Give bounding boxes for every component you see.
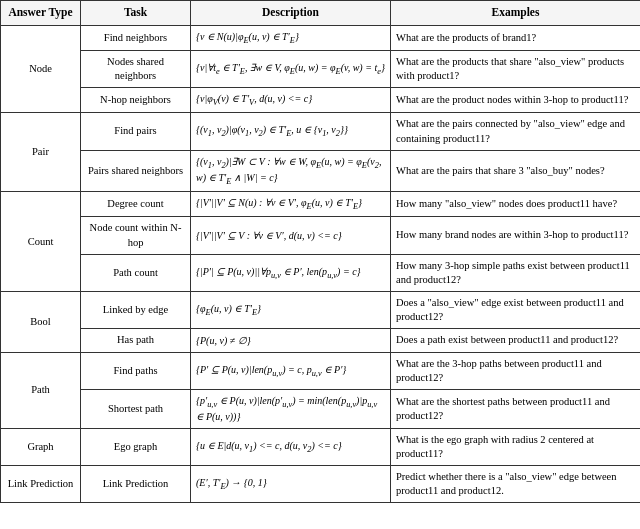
example-shortest-path: What are the shortest paths between prod… [391, 389, 641, 428]
example-has-path: Does a path exist between product11 and … [391, 329, 641, 352]
desc-find-paths: {P′ ⊆ P(u, v)|len(pu,v) = c, pu,v ∈ P′} [191, 352, 391, 389]
answer-type-path: Path [1, 352, 81, 428]
desc-has-path: {P(u, v) ≠ ∅} [191, 329, 391, 352]
example-nodes-shared-neighbors: What are the products that share "also_v… [391, 50, 641, 87]
main-table: Answer Type Task Description Examples No… [0, 0, 640, 503]
desc-linked-by-edge: {φE(u, v) ∈ T′E} [191, 292, 391, 329]
table-row: Pairs shared neighbors {(v1, v2)|∃W ⊂ V … [1, 150, 641, 191]
example-find-paths: What are the 3-hop paths between product… [391, 352, 641, 389]
desc-n-hop-neighbors: {v|φV(v) ∈ T′V, d(u, v) <= c} [191, 88, 391, 113]
task-path-count: Path count [81, 254, 191, 291]
table-row: Count Degree count {|V′||V′ ⊆ N(u) : ∀v … [1, 192, 641, 217]
task-n-hop-neighbors: N-hop neighbors [81, 88, 191, 113]
example-link-prediction: Predict whether there is a "also_view" e… [391, 466, 641, 503]
table-row: Has path {P(u, v) ≠ ∅} Does a path exist… [1, 329, 641, 352]
answer-type-count: Count [1, 192, 81, 292]
task-shortest-path: Shortest path [81, 389, 191, 428]
task-nodes-shared-neighbors: Nodes shared neighbors [81, 50, 191, 87]
table-row: N-hop neighbors {v|φV(v) ∈ T′V, d(u, v) … [1, 88, 641, 113]
table-row: Graph Ego graph {u ∈ E|d(u, v1) <= c, d(… [1, 428, 641, 465]
task-find-neighbors: Find neighbors [81, 25, 191, 50]
table-row: Node count within N-hop {|V′||V′ ⊆ V : ∀… [1, 217, 641, 254]
task-link-prediction: Link Prediction [81, 466, 191, 503]
col-header-answer-type: Answer Type [1, 1, 81, 26]
example-ego-graph: What is the ego graph with radius 2 cent… [391, 428, 641, 465]
col-header-description: Description [191, 1, 391, 26]
desc-degree-count: {|V′||V′ ⊆ N(u) : ∀v ∈ V′, φE(u, v) ∈ T′… [191, 192, 391, 217]
desc-node-count-within-nhop: {|V′||V′ ⊆ V : ∀v ∈ V′, d(u, v) <= c} [191, 217, 391, 254]
example-linked-by-edge: Does a "also_view" edge exist between pr… [391, 292, 641, 329]
table-row: Bool Linked by edge {φE(u, v) ∈ T′E} Doe… [1, 292, 641, 329]
task-linked-by-edge: Linked by edge [81, 292, 191, 329]
desc-path-count: {|P′| ⊆ P(u, v)||∀pu,v ∈ P′, len(pu,v) =… [191, 254, 391, 291]
answer-type-bool: Bool [1, 292, 81, 353]
table-row: Node Find neighbors {v ∈ N(u)|φE(u, v) ∈… [1, 25, 641, 50]
task-find-paths: Find paths [81, 352, 191, 389]
example-pairs-shared-neighbors: What are the pairs that share 3 "also_bu… [391, 150, 641, 191]
table-row: Path Find paths {P′ ⊆ P(u, v)|len(pu,v) … [1, 352, 641, 389]
task-has-path: Has path [81, 329, 191, 352]
table-row: Link Prediction Link Prediction (E′, T′E… [1, 466, 641, 503]
desc-find-pairs: {(v1, v2)|φ(v1, v2) ∈ T′E, u ∈ {v1, v2}} [191, 113, 391, 150]
table-row: Nodes shared neighbors {v|∀te ∈ T′E, ∃w … [1, 50, 641, 87]
answer-type-graph: Graph [1, 428, 81, 465]
task-degree-count: Degree count [81, 192, 191, 217]
example-find-neighbors: What are the products of brand1? [391, 25, 641, 50]
desc-find-neighbors: {v ∈ N(u)|φE(u, v) ∈ T′E} [191, 25, 391, 50]
example-node-count-within-nhop: How many brand nodes are within 3-hop to… [391, 217, 641, 254]
table-row: Pair Find pairs {(v1, v2)|φ(v1, v2) ∈ T′… [1, 113, 641, 150]
example-degree-count: How many "also_view" nodes does product1… [391, 192, 641, 217]
table-row: Shortest path {p′u,v ∈ P(u, v)|len(p′u,v… [1, 389, 641, 428]
desc-link-prediction: (E′, T′E) → {0, 1} [191, 466, 391, 503]
example-n-hop-neighbors: What are the product nodes within 3-hop … [391, 88, 641, 113]
answer-type-node: Node [1, 25, 81, 113]
col-header-examples: Examples [391, 1, 641, 26]
col-header-task: Task [81, 1, 191, 26]
desc-ego-graph: {u ∈ E|d(u, v1) <= c, d(u, v2) <= c} [191, 428, 391, 465]
table-row: Path count {|P′| ⊆ P(u, v)||∀pu,v ∈ P′, … [1, 254, 641, 291]
example-find-pairs: What are the pairs connected by "also_vi… [391, 113, 641, 150]
desc-shortest-path: {p′u,v ∈ P(u, v)|len(p′u,v) = min(len(pu… [191, 389, 391, 428]
task-ego-graph: Ego graph [81, 428, 191, 465]
answer-type-link-prediction: Link Prediction [1, 466, 81, 503]
task-find-pairs: Find pairs [81, 113, 191, 150]
task-pairs-shared-neighbors: Pairs shared neighbors [81, 150, 191, 191]
task-node-count-within-nhop: Node count within N-hop [81, 217, 191, 254]
example-path-count: How many 3-hop simple paths exist betwee… [391, 254, 641, 291]
answer-type-pair: Pair [1, 113, 81, 192]
desc-pairs-shared-neighbors: {(v1, v2)|∃W ⊂ V : ∀w ∈ W, φE(u, w) = φE… [191, 150, 391, 191]
desc-nodes-shared-neighbors: {v|∀te ∈ T′E, ∃w ∈ V, φE(u, w) = φE(v, w… [191, 50, 391, 87]
